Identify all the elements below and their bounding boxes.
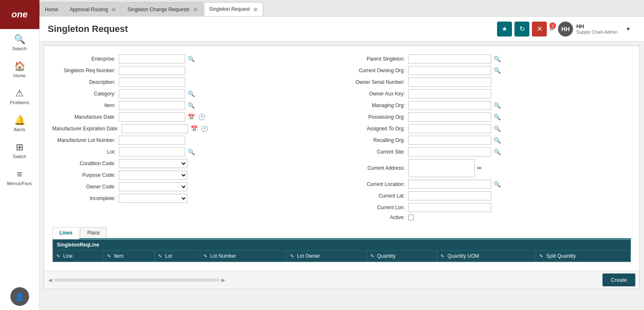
input-managing-org[interactable]: [408, 101, 491, 110]
sidebar-label-home: Home: [13, 73, 25, 78]
sidebar-item-problems[interactable]: ⚠ Problems: [0, 83, 39, 110]
input-recalling-org[interactable]: [408, 136, 491, 145]
clock-expiration-button[interactable]: 🕐: [200, 125, 209, 132]
select-condition-code[interactable]: [119, 159, 187, 168]
input-current-site[interactable]: [408, 147, 491, 156]
input-item[interactable]: [119, 101, 185, 110]
input-assigned-to-org[interactable]: [408, 124, 491, 133]
search-current-site-button[interactable]: 🔍: [493, 149, 502, 155]
header-actions: ★ ↻ ✕ ≡ 1: [497, 22, 554, 37]
sidebar-item-home[interactable]: 🏠 Home: [0, 56, 39, 83]
tab-singleton-request-close[interactable]: ⊗: [253, 6, 258, 12]
user-name: HH: [576, 23, 617, 29]
select-incomplete[interactable]: [119, 194, 187, 203]
search-item-button[interactable]: 🔍: [187, 102, 196, 109]
scroll-right-arrow[interactable]: ▶: [221, 277, 225, 283]
col-quantity-uom[interactable]: ✎ Quantity UOM: [437, 251, 536, 262]
tab-lines[interactable]: Lines: [52, 227, 79, 239]
search-lot-button[interactable]: 🔍: [187, 149, 196, 155]
label-current-location: Current Location:: [342, 181, 408, 187]
input-possessing-org[interactable]: [408, 112, 491, 122]
calendar-expiration-button[interactable]: 📅: [190, 125, 198, 132]
tab-home[interactable]: Home: [39, 2, 64, 16]
scroll-left-arrow[interactable]: ◀: [48, 277, 52, 283]
input-current-location[interactable]: [408, 180, 491, 189]
sidebar-item-switch[interactable]: ⊞ Switch: [0, 137, 39, 164]
app-logo[interactable]: one: [0, 0, 39, 29]
col-lot-number[interactable]: ✎ Lot Number: [200, 251, 286, 262]
input-current-address[interactable]: [408, 159, 475, 177]
input-enterprise[interactable]: [119, 54, 185, 63]
label-current-lat: Current Lat:: [342, 193, 408, 199]
checkbox-active[interactable]: [408, 215, 414, 220]
input-manufacturer-lot-number[interactable]: [119, 136, 185, 145]
control-current-address: ✏: [408, 159, 623, 177]
search-category-button[interactable]: 🔍: [187, 90, 196, 97]
col-split-quantity[interactable]: ✎ Split Quantity: [536, 251, 631, 262]
input-lot[interactable]: [119, 147, 185, 156]
tab-singleton-request[interactable]: Singleton Request ⊗: [204, 2, 263, 16]
field-current-site: Current Site: 🔍: [342, 147, 623, 156]
search-possessing-org-button[interactable]: 🔍: [493, 114, 502, 120]
user-dropdown-button[interactable]: ▼: [621, 22, 636, 37]
user-avatar-small[interactable]: 👤: [10, 287, 29, 306]
col-lot-owner[interactable]: ✎ Lot Owner: [286, 251, 367, 262]
field-manufacturer-expiration-date: Manufacturer Expiration Date: 📅 🕐: [52, 124, 333, 133]
input-current-owning-org[interactable]: [408, 66, 491, 75]
input-manufacture-date[interactable]: [119, 112, 185, 122]
search-current-location-button[interactable]: 🔍: [493, 181, 502, 188]
content-area: Enterprise: 🔍 Singleton Req Number:: [39, 41, 644, 310]
label-condition-code: Condition Code:: [52, 161, 119, 166]
input-owner-aux-key[interactable]: [408, 89, 491, 98]
label-description: Description:: [52, 79, 119, 85]
input-current-lon[interactable]: [408, 203, 491, 212]
tab-approval-routing-close[interactable]: ⊗: [111, 6, 116, 12]
favorite-button[interactable]: ★: [497, 22, 512, 37]
notification-bell[interactable]: ≡ 1: [549, 24, 554, 33]
edit-current-address-button[interactable]: ✏: [476, 165, 483, 171]
search-parent-singleton-button[interactable]: 🔍: [493, 56, 502, 62]
select-purpose-code[interactable]: [119, 171, 187, 180]
close-page-button[interactable]: ✕: [532, 22, 547, 37]
search-assigned-to-org-button[interactable]: 🔍: [493, 125, 502, 132]
input-manufacturer-expiration-date[interactable]: [122, 124, 188, 133]
search-enterprise-button[interactable]: 🔍: [187, 56, 196, 62]
sidebar-item-menus[interactable]: ≡ Menus/Favs: [0, 164, 39, 191]
label-purpose-code: Purpose Code:: [52, 172, 119, 178]
field-current-owning-org: Current Owning Org: 🔍: [342, 66, 623, 75]
control-enterprise: 🔍: [119, 54, 333, 63]
label-manufacturer-expiration-date: Manufacturer Expiration Date:: [52, 126, 122, 132]
search-owning-org-button[interactable]: 🔍: [493, 67, 502, 74]
tab-singleton-change-close[interactable]: ⊗: [193, 6, 198, 12]
clock-manufacture-button[interactable]: 🕐: [197, 114, 206, 120]
col-lot[interactable]: ✎ Lot: [155, 251, 200, 262]
h-scrollbar-track[interactable]: [54, 278, 220, 282]
tab-plans[interactable]: Plans: [80, 227, 107, 238]
input-singleton-req-number[interactable]: [119, 66, 185, 75]
field-lot: Lot: 🔍: [52, 147, 333, 156]
tab-singleton-change[interactable]: Singleton Change Requests ⊗: [122, 2, 203, 16]
search-managing-org-button[interactable]: 🔍: [493, 102, 502, 109]
sidebar-item-alerts[interactable]: 🔔 Alerts: [0, 110, 39, 137]
create-button[interactable]: Create: [602, 273, 635, 286]
form-right-col: Parent Singleton: 🔍 Current Owning Org: …: [342, 54, 631, 223]
input-description[interactable]: [119, 78, 185, 87]
tab-approval-routing[interactable]: Approval Routing ⊗: [64, 2, 121, 16]
form-inner: Enterprise: 🔍 Singleton Req Number:: [44, 46, 639, 271]
control-incomplete: [119, 194, 333, 203]
search-recalling-org-button[interactable]: 🔍: [493, 137, 502, 144]
sidebar-item-search[interactable]: 🔍 Search: [0, 29, 39, 56]
refresh-button[interactable]: ↻: [514, 22, 529, 37]
input-current-lat[interactable]: [408, 191, 491, 200]
col-line[interactable]: ✎ Line: [53, 251, 104, 262]
user-avatar[interactable]: HH: [558, 22, 573, 37]
calendar-manufacture-button[interactable]: 📅: [187, 114, 196, 120]
input-category[interactable]: [119, 89, 185, 98]
select-owner-code[interactable]: [119, 182, 187, 191]
col-quantity[interactable]: ✎ Quantity: [367, 251, 437, 262]
home-icon: 🏠: [14, 61, 25, 72]
col-item[interactable]: ✎ Item: [103, 251, 154, 262]
input-parent-singleton[interactable]: [408, 54, 491, 63]
problems-icon: ⚠: [15, 88, 24, 99]
input-owner-serial-number[interactable]: [408, 78, 491, 87]
